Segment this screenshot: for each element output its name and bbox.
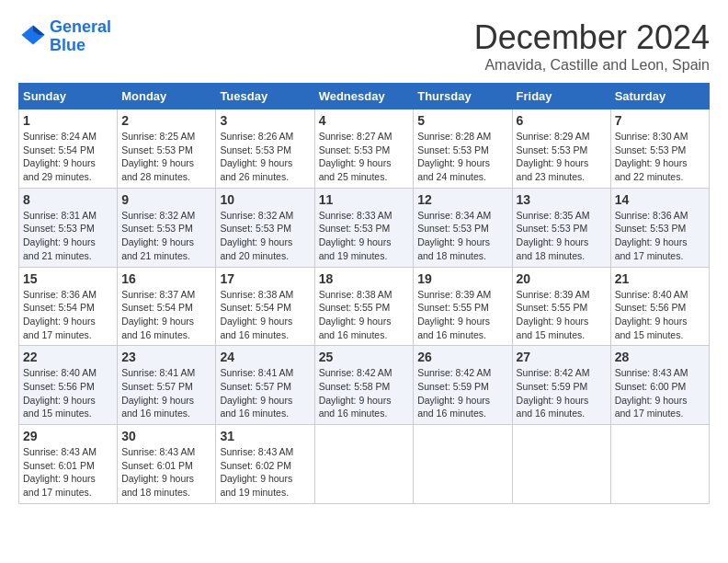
day-number: 18 [319,271,410,286]
daylight-label: Daylight: 9 hours and 29 minutes. [23,157,96,182]
calendar-day-cell: 19 Sunrise: 8:39 AM Sunset: 5:55 PM Dayl… [414,267,512,346]
day-number: 9 [121,192,211,207]
day-info: Sunrise: 8:27 AM Sunset: 5:53 PM Dayligh… [319,130,410,184]
sunset-label: Sunset: 5:57 PM [220,381,291,392]
calendar-day-cell: 2 Sunrise: 8:25 AM Sunset: 5:53 PM Dayli… [118,109,216,189]
sunset-label: Sunset: 5:53 PM [319,144,391,155]
day-number: 17 [220,271,310,286]
sunset-label: Sunset: 5:53 PM [220,144,291,155]
logo-line1: General [50,18,111,37]
day-number: 15 [23,271,113,286]
daylight-label: Daylight: 9 hours and 21 minutes. [121,236,194,261]
day-info: Sunrise: 8:36 AM Sunset: 5:53 PM Dayligh… [615,209,705,263]
sunset-label: Sunset: 5:56 PM [615,302,687,313]
calendar-week-row: 1 Sunrise: 8:24 AM Sunset: 5:54 PM Dayli… [19,109,710,189]
calendar-week-row: 15 Sunrise: 8:36 AM Sunset: 5:54 PM Dayl… [19,267,710,346]
month-title: December 2024 [474,18,710,57]
day-number: 27 [517,350,607,364]
day-number: 19 [417,271,507,286]
sunset-label: Sunset: 5:53 PM [615,144,687,155]
sunset-label: Sunset: 5:57 PM [121,381,193,392]
daylight-label: Daylight: 9 hours and 16 minutes. [417,395,490,419]
logo-line2: Blue [50,37,111,55]
sunset-label: Sunset: 5:53 PM [23,223,95,234]
calendar-day-cell: 30 Sunrise: 8:43 AM Sunset: 6:01 PM Dayl… [118,425,216,504]
calendar-day-cell: 18 Sunrise: 8:38 AM Sunset: 5:55 PM Dayl… [314,267,414,346]
day-info: Sunrise: 8:28 AM Sunset: 5:53 PM Dayligh… [417,130,507,184]
sunset-label: Sunset: 5:53 PM [121,223,193,234]
sunrise-label: Sunrise: 8:43 AM [121,446,195,457]
day-info: Sunrise: 8:38 AM Sunset: 5:55 PM Dayligh… [319,288,410,342]
sunset-label: Sunset: 5:53 PM [517,223,588,234]
calendar-day-cell: 8 Sunrise: 8:31 AM Sunset: 5:53 PM Dayli… [19,188,118,267]
day-number: 28 [615,350,705,364]
sunrise-label: Sunrise: 8:41 AM [121,367,195,378]
sunset-label: Sunset: 5:53 PM [121,144,193,155]
sunrise-label: Sunrise: 8:30 AM [615,131,688,142]
daylight-label: Daylight: 9 hours and 19 minutes. [319,236,392,261]
daylight-label: Daylight: 9 hours and 18 minutes. [417,236,490,261]
day-number: 24 [220,350,310,364]
daylight-label: Daylight: 9 hours and 24 minutes. [417,157,490,182]
day-number: 3 [220,113,310,128]
daylight-label: Daylight: 9 hours and 26 minutes. [220,157,292,182]
day-info: Sunrise: 8:38 AM Sunset: 5:54 PM Dayligh… [220,288,310,342]
sunrise-label: Sunrise: 8:39 AM [517,289,590,300]
day-info: Sunrise: 8:24 AM Sunset: 5:54 PM Dayligh… [23,130,113,184]
daylight-label: Daylight: 9 hours and 25 minutes. [319,157,392,182]
day-info: Sunrise: 8:32 AM Sunset: 5:53 PM Dayligh… [121,209,211,263]
calendar-week-row: 8 Sunrise: 8:31 AM Sunset: 5:53 PM Dayli… [19,188,710,267]
sunset-label: Sunset: 5:55 PM [417,302,489,313]
day-number: 4 [319,113,410,128]
sunset-label: Sunset: 6:01 PM [23,460,95,471]
day-number: 16 [121,271,211,286]
calendar-day-cell: 26 Sunrise: 8:42 AM Sunset: 5:59 PM Dayl… [414,346,512,425]
sunset-label: Sunset: 5:54 PM [23,144,95,155]
day-info: Sunrise: 8:39 AM Sunset: 5:55 PM Dayligh… [417,288,507,342]
calendar-day-cell: 14 Sunrise: 8:36 AM Sunset: 5:53 PM Dayl… [610,188,709,267]
day-info: Sunrise: 8:43 AM Sunset: 6:02 PM Dayligh… [220,445,310,500]
day-number: 8 [23,192,113,207]
calendar-day-cell: 11 Sunrise: 8:33 AM Sunset: 5:53 PM Dayl… [314,188,414,267]
calendar-day-cell: 15 Sunrise: 8:36 AM Sunset: 5:54 PM Dayl… [19,267,118,346]
calendar-day-cell: 7 Sunrise: 8:30 AM Sunset: 5:53 PM Dayli… [610,109,709,189]
empty-cell [414,425,512,504]
sunrise-label: Sunrise: 8:43 AM [220,446,293,457]
day-number: 21 [615,271,705,286]
title-area: December 2024 Amavida, Castille and Leon… [474,18,710,74]
sunset-label: Sunset: 6:01 PM [121,460,193,471]
daylight-label: Daylight: 9 hours and 15 minutes. [517,316,589,340]
day-number: 5 [417,113,507,128]
sunrise-label: Sunrise: 8:38 AM [220,289,293,300]
sunrise-label: Sunrise: 8:42 AM [517,367,590,378]
sunset-label: Sunset: 5:54 PM [121,302,193,313]
sunrise-label: Sunrise: 8:25 AM [121,131,195,142]
sunrise-label: Sunrise: 8:33 AM [319,210,392,221]
sunset-label: Sunset: 5:56 PM [23,381,95,392]
day-info: Sunrise: 8:26 AM Sunset: 5:53 PM Dayligh… [220,130,310,184]
daylight-label: Daylight: 9 hours and 17 minutes. [23,316,96,340]
day-info: Sunrise: 8:37 AM Sunset: 5:54 PM Dayligh… [121,288,211,342]
sunrise-label: Sunrise: 8:34 AM [417,210,491,221]
daylight-label: Daylight: 9 hours and 28 minutes. [121,157,194,182]
day-number: 30 [121,429,211,443]
day-info: Sunrise: 8:25 AM Sunset: 5:53 PM Dayligh… [121,130,211,184]
day-info: Sunrise: 8:42 AM Sunset: 5:59 PM Dayligh… [417,366,507,420]
empty-cell [314,425,414,504]
sunrise-label: Sunrise: 8:28 AM [417,131,491,142]
daylight-label: Daylight: 9 hours and 20 minutes. [220,236,292,261]
day-number: 2 [121,113,211,128]
day-number: 26 [417,350,507,364]
sunset-label: Sunset: 5:54 PM [220,302,291,313]
daylight-label: Daylight: 9 hours and 16 minutes. [417,316,490,340]
day-info: Sunrise: 8:43 AM Sunset: 6:00 PM Dayligh… [615,366,705,420]
calendar-week-row: 22 Sunrise: 8:40 AM Sunset: 5:56 PM Dayl… [19,346,710,425]
day-info: Sunrise: 8:41 AM Sunset: 5:57 PM Dayligh… [121,366,211,420]
day-number: 10 [220,192,310,207]
empty-cell [610,425,709,504]
day-number: 13 [517,192,607,207]
day-number: 6 [517,113,607,128]
sunset-label: Sunset: 5:53 PM [220,223,291,234]
sunset-label: Sunset: 5:53 PM [615,223,687,234]
day-info: Sunrise: 8:39 AM Sunset: 5:55 PM Dayligh… [517,288,607,342]
